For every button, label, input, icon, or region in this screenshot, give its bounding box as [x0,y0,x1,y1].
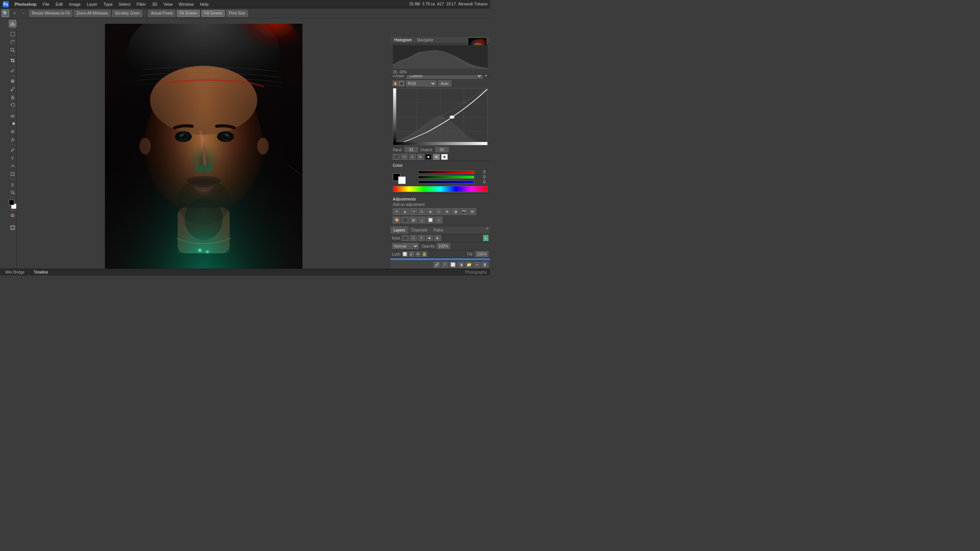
gradientmap-adj-btn[interactable]: ⬜ [426,217,434,223]
curves-gray-pt-btn[interactable]: ■ [433,154,440,160]
actual-pixels-btn[interactable]: Actual Pixels [148,10,175,17]
channelmixer-adj-btn[interactable]: ⊞ [469,208,476,215]
kind-shape-btn[interactable]: ■ [426,235,433,241]
hand-tool[interactable] [9,181,16,188]
auto-button[interactable]: Auto [438,80,451,86]
delete-layer-btn[interactable]: 🗑 [482,262,488,268]
curves-adj-btn[interactable]: 〜 [410,208,417,215]
opacity-input[interactable] [437,243,450,249]
menu-image[interactable]: Image [66,0,84,8]
stamp-tool[interactable] [9,93,16,101]
kind-pixel-btn[interactable]: ⬛ [402,235,409,241]
menu-photoshop[interactable]: Photoshop [11,0,39,8]
move-tool[interactable] [9,20,16,28]
output-value[interactable] [435,147,449,152]
zoom-all-btn[interactable]: Zoom All Windows [74,10,111,17]
fit-screen-btn[interactable]: Fit Screen [177,10,200,17]
red-slider[interactable] [418,171,474,174]
color-spectrum[interactable] [393,186,488,192]
eyedropper-tool[interactable] [9,67,16,75]
link-layers-btn[interactable]: 🔗 [433,262,440,268]
layers-tab-paths[interactable]: Paths [430,226,446,234]
colorlookup-adj-btn[interactable]: 🎨 [393,217,400,223]
eraser-tool[interactable] [9,112,16,119]
curve-point-icon[interactable]: ⬛ [399,81,404,86]
add-mask-btn[interactable]: ⬜ [449,262,456,268]
menu-window[interactable]: Window [176,0,197,8]
portrait-canvas[interactable] [105,24,302,269]
threshold-adj-btn[interactable]: △ [418,217,426,223]
print-size-btn[interactable]: Print Size [226,10,248,17]
menu-3d[interactable]: 3D [149,0,160,8]
heal-tool[interactable] [9,77,16,85]
selectivecolor-adj-btn[interactable]: ◇ [435,217,443,223]
curves-graph[interactable] [393,88,488,145]
blue-slider[interactable] [418,181,474,184]
gradient-tool[interactable] [9,120,16,127]
quick-select-tool[interactable] [9,46,16,54]
blur-tool[interactable] [9,128,16,135]
scrubby-zoom-btn[interactable]: Scrubby Zoom [112,10,142,17]
shape-tool[interactable] [9,170,16,178]
add-group-btn[interactable]: 📁 [466,262,472,268]
menu-file[interactable]: File [39,0,52,8]
pen-tool[interactable] [9,146,16,154]
curves-smooth-btn[interactable]: 〜 [401,154,408,160]
canvas-area[interactable] [17,18,390,269]
path-select-tool[interactable] [9,162,16,170]
menu-filter[interactable]: Filter [134,0,149,8]
quick-mask-tool[interactable] [9,212,16,219]
curves-reset-btn[interactable]: ⬛ [393,154,400,160]
levels-adj-btn[interactable]: ▲ [401,208,409,215]
layers-tab-channels[interactable]: Channels [408,226,430,234]
bw-adj-btn[interactable]: ◑ [452,208,459,215]
layers-panel-menu[interactable]: ≡ [485,226,490,234]
resize-windows-btn[interactable]: Resize Windows to Fit [29,10,72,17]
kind-adj-btn[interactable]: ⬡ [410,235,417,241]
menu-layer[interactable]: Layer [84,0,101,8]
selection-tool[interactable] [9,30,16,38]
filter-toggle[interactable]: ● [483,235,488,241]
fg-color-swatch[interactable] [9,200,14,205]
background-color[interactable] [398,176,406,184]
zoom-tool-icon[interactable]: 🔍 [2,10,9,17]
zoom-in-icon[interactable]: + [11,10,18,17]
lock-position-btn[interactable]: ✚ [415,251,421,257]
lock-all-btn[interactable]: 🔒 [422,251,427,257]
lasso-tool[interactable] [9,38,16,46]
add-adjustment-btn[interactable]: ◑ [457,262,464,268]
curves-auto-btn[interactable]: A [409,154,416,160]
crop-tool[interactable] [9,57,16,64]
invert-adj-btn[interactable]: ⬛ [401,217,409,223]
brush-tool[interactable] [9,85,16,93]
curves-options-btn[interactable]: ⚙ [417,154,424,160]
colorbalance-adj-btn[interactable]: ⊕ [443,208,451,215]
lock-image-btn[interactable]: 🖌 [409,251,414,257]
add-layer-btn[interactable]: + [474,262,480,268]
color-fg-bg[interactable] [9,200,16,209]
brightness-adj-btn[interactable]: ☀ [393,208,400,215]
menu-select[interactable]: Select [116,0,134,8]
mini-bridge-tab[interactable]: Mini Bridge [3,269,27,276]
input-value[interactable] [405,147,418,152]
add-style-btn[interactable]: f [441,262,448,268]
layers-tab-layers[interactable]: Layers [390,226,408,234]
exposure-adj-btn[interactable]: ⊙ [418,208,426,215]
curve-hand-icon[interactable]: ✋ [393,81,398,86]
curves-black-pt-btn[interactable]: ■ [425,154,432,160]
photofilter-adj-btn[interactable]: 📷 [460,208,468,215]
kind-text-btn[interactable]: T [418,235,425,241]
fill-input[interactable] [475,251,488,257]
menu-type[interactable]: Type [100,0,116,8]
posterize-adj-btn[interactable]: ▤ [410,217,417,223]
menu-view[interactable]: View [160,0,176,8]
hsl-adj-btn[interactable]: ⬡ [435,208,443,215]
kind-smart-btn[interactable]: ◈ [434,235,441,241]
text-tool[interactable]: T [9,154,16,162]
menu-edit[interactable]: Edit [52,0,66,8]
history-tool[interactable] [9,101,16,109]
navigator-tab[interactable]: Navigator [416,38,435,42]
timeline-tab[interactable]: Timeline [31,269,50,276]
menu-help[interactable]: Help [197,0,212,8]
blend-mode-select[interactable]: Normal [392,243,419,249]
